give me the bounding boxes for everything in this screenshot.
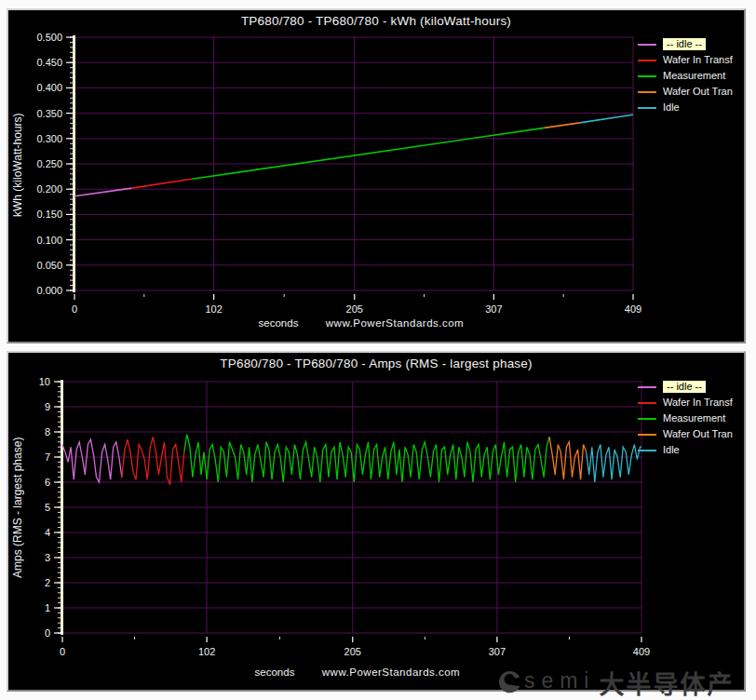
legend-swatch (638, 91, 656, 93)
legend-label: Idle (663, 101, 680, 114)
x-tick-label: 205 (344, 646, 361, 657)
y-tick-label: 10 (39, 376, 50, 387)
legend-swatch (638, 107, 656, 109)
series-segment-idle (62, 439, 122, 482)
legend-swatch (638, 44, 656, 46)
y-tick-label: 0.150 (36, 209, 62, 220)
y-tick-label: 0.050 (36, 260, 62, 271)
legend-label: -- idle -- (663, 381, 706, 393)
watermark-brand-text: semi (524, 668, 596, 693)
legend-item-idle[interactable]: -- idle -- (638, 381, 733, 393)
legend-swatch (638, 386, 656, 388)
x-tick-label: 409 (625, 303, 641, 315)
x-tick-label: 205 (346, 303, 363, 315)
amps-legend: -- idle --Wafer In TransfMeasurementWafe… (638, 381, 733, 456)
y-tick-label: 0.200 (36, 183, 62, 195)
x-tick-label: 0 (60, 646, 65, 657)
y-tick-label: 7 (45, 451, 50, 463)
y-tick-label: 8 (45, 426, 50, 438)
legend-label: Wafer In Transf (663, 397, 733, 409)
series-segment-measurement (184, 435, 549, 482)
legend-item-wafer-in-transf[interactable]: Wafer In Transf (638, 397, 733, 409)
watermark-cjk-text: 大半导体产业网 (599, 665, 756, 700)
x-tick-label: 409 (633, 646, 650, 657)
legend-label: Wafer Out Tran (663, 428, 733, 440)
legend-label: Wafer Out Tran (663, 86, 733, 98)
kwh-chart-panel: TP680/780 - TP680/780 - kWh (kiloWatt-ho… (7, 8, 746, 343)
series-segment-idle (587, 445, 641, 483)
series-segment-measurement (192, 128, 544, 179)
legend-item-idle[interactable]: Idle (638, 101, 733, 114)
x-tick-label: 102 (198, 646, 215, 657)
y-tick-label: 3 (45, 552, 50, 563)
legend-swatch (638, 434, 656, 436)
legend-swatch (638, 450, 656, 451)
y-tick-label: 2 (45, 577, 50, 588)
legend-swatch (638, 418, 656, 420)
legend-swatch (638, 75, 656, 77)
series-segment-wafer-in-transf (132, 179, 193, 188)
y-tick-label: 0.100 (36, 235, 62, 246)
y-tick-label: 0.000 (36, 285, 62, 296)
y-tick-label: 9 (45, 401, 50, 412)
legend-item-idle[interactable]: Idle (638, 444, 733, 456)
watermark: semi 大半导体产业网 (497, 665, 756, 700)
series-segment-idle (580, 114, 633, 123)
legend-item-wafer-out-tran[interactable]: Wafer Out Tran (638, 428, 733, 440)
kwh-website-annotation: www.PowerStandards.com (316, 317, 474, 329)
series-segment-wafer-out-tran (545, 123, 580, 128)
y-tick-label: 5 (45, 502, 50, 513)
y-tick-label: 0.300 (36, 133, 62, 144)
x-tick-label: 102 (205, 303, 222, 315)
y-tick-label: 6 (45, 477, 50, 488)
y-tick-label: 0.500 (36, 32, 62, 43)
legend-item-measurement[interactable]: Measurement (638, 412, 733, 424)
series-segment-wafer-in-transf (122, 437, 184, 484)
x-tick-label: 307 (485, 303, 502, 315)
legend-item-measurement[interactable]: Measurement (638, 70, 733, 82)
amps-website-annotation: www.PowerStandards.com (312, 666, 470, 678)
amps-plot-area: 0123456789100102205307409 (8, 353, 744, 686)
legend-label: Idle (663, 444, 680, 456)
y-tick-label: 0 (45, 627, 50, 639)
kwh-legend: -- idle --Wafer In TransfMeasurementWafe… (638, 38, 733, 114)
y-tick-label: 0.400 (36, 82, 62, 93)
amps-chart-panel: TP680/780 - TP680/780 - Amps (RMS - larg… (7, 351, 746, 692)
legend-item-wafer-in-transf[interactable]: Wafer In Transf (638, 54, 733, 66)
legend-label: Measurement (663, 412, 725, 424)
y-tick-label: 0.450 (36, 57, 62, 68)
semi-logo-icon (497, 668, 520, 696)
legend-item-wafer-out-tran[interactable]: Wafer Out Tran (638, 86, 733, 98)
legend-swatch (638, 60, 656, 61)
series-segment-wafer-out-tran (549, 437, 587, 479)
legend-label: -- idle -- (663, 38, 706, 50)
x-tick-label: 0 (72, 303, 77, 315)
x-tick-label: 307 (489, 646, 506, 657)
page: TP680/780 - TP680/780 - kWh (kiloWatt-ho… (0, 0, 756, 700)
legend-swatch (638, 402, 656, 404)
y-tick-label: 0.350 (36, 108, 62, 119)
legend-label: Wafer In Transf (663, 54, 733, 66)
legend-item-idle[interactable]: -- idle -- (638, 38, 733, 50)
y-tick-label: 1 (45, 602, 50, 613)
kwh-plot-area: 0.0000.0500.1000.1500.2000.2500.3000.350… (8, 10, 744, 338)
legend-label: Measurement (663, 70, 725, 82)
y-tick-label: 0.250 (36, 158, 62, 169)
y-tick-label: 4 (45, 527, 50, 538)
